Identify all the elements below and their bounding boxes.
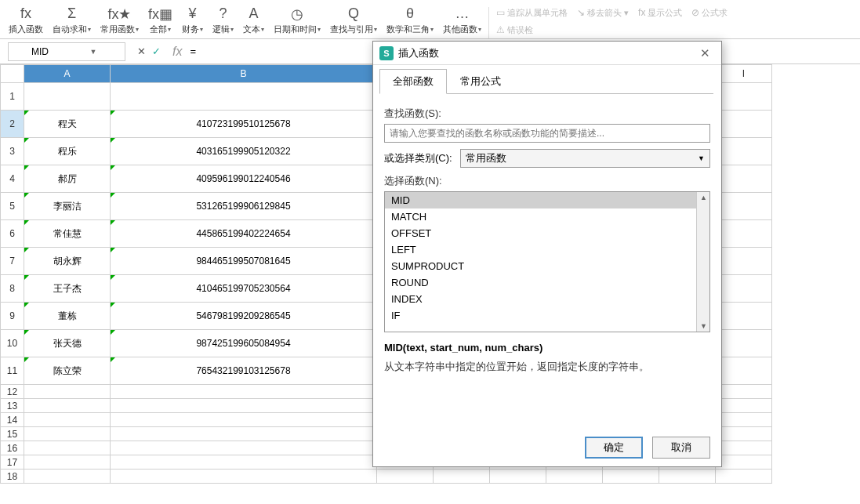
ribbon-日期和时间[interactable]: ◷ 日期和时间 ▾	[269, 1, 325, 38]
row-header-18[interactable]: 18	[1, 470, 24, 484]
row-header-3[interactable]: 3	[1, 138, 24, 165]
cell-B2[interactable]: 410723199510125678	[111, 111, 377, 138]
col-header-A[interactable]: A	[24, 65, 111, 83]
cell-F18[interactable]	[546, 470, 603, 484]
cell-B5[interactable]: 531265199906129845	[111, 193, 377, 220]
cell-I13[interactable]	[716, 399, 772, 413]
cell-A14[interactable]	[24, 413, 111, 427]
function-item-INDEX[interactable]: INDEX	[385, 291, 709, 307]
function-item-OFFSET[interactable]: OFFSET	[385, 225, 709, 241]
function-item-MATCH[interactable]: MATCH	[385, 208, 709, 225]
cell-I5[interactable]	[716, 193, 772, 220]
cell-H18[interactable]	[659, 470, 716, 484]
row-header-5[interactable]: 5	[1, 193, 24, 220]
row-header-7[interactable]: 7	[1, 248, 24, 275]
col-header-I[interactable]: I	[716, 65, 772, 83]
cell-I2[interactable]	[716, 111, 772, 138]
row-header-1[interactable]: 1	[1, 83, 24, 111]
cell-B17[interactable]	[111, 455, 377, 470]
scroll-down-icon[interactable]: ▼	[700, 322, 707, 330]
cell-I9[interactable]	[716, 303, 772, 330]
function-list[interactable]: ▲ ▼ MIDMATCHOFFSETLEFTSUMPRODUCTROUNDIND…	[384, 191, 710, 332]
cell-I7[interactable]	[716, 248, 772, 275]
chevron-down-icon[interactable]: ▼	[67, 48, 120, 56]
cell-A13[interactable]	[24, 399, 111, 413]
cell-I16[interactable]	[716, 441, 772, 455]
cell-A6[interactable]: 常佳慧	[24, 220, 111, 248]
col-header-B[interactable]: B	[111, 65, 377, 83]
cell-I14[interactable]	[716, 413, 772, 427]
cell-A16[interactable]	[24, 441, 111, 455]
cell-I4[interactable]	[716, 165, 772, 193]
cell-D18[interactable]	[434, 470, 490, 484]
cell-A1[interactable]: 姓名	[24, 83, 111, 111]
function-item-SUMPRODUCT[interactable]: SUMPRODUCT	[385, 258, 709, 274]
cell-B7[interactable]: 984465199507081645	[111, 248, 377, 275]
ribbon-插入函数[interactable]: fx 插入函数	[4, 1, 48, 38]
cell-B11[interactable]: 765432199103125678	[111, 357, 377, 385]
cell-I12[interactable]	[716, 385, 772, 399]
cell-B4[interactable]: 409596199012240546	[111, 165, 377, 193]
cell-B9[interactable]: 546798199209286545	[111, 303, 377, 330]
ribbon-常用函数[interactable]: fx★ 常用函数 ▾	[96, 1, 143, 38]
row-header-6[interactable]: 6	[1, 220, 24, 248]
cell-G18[interactable]	[603, 470, 659, 484]
cell-A8[interactable]: 王子杰	[24, 275, 111, 303]
ribbon-查找与引用[interactable]: Q 查找与引用 ▾	[325, 1, 382, 38]
confirm-formula-button[interactable]: ✓	[152, 45, 161, 57]
row-header-9[interactable]: 9	[1, 303, 24, 330]
row-header-14[interactable]: 14	[1, 413, 24, 427]
ribbon-全部[interactable]: fx▦ 全部 ▾	[143, 1, 177, 38]
cell-A15[interactable]	[24, 427, 111, 441]
row-header-12[interactable]: 12	[1, 385, 24, 399]
cell-I17[interactable]	[716, 455, 772, 470]
cell-I11[interactable]	[716, 357, 772, 385]
scroll-up-icon[interactable]: ▲	[700, 194, 707, 201]
cell-I10[interactable]	[716, 330, 772, 357]
ribbon-逻辑[interactable]: ? 逻辑 ▾	[208, 1, 238, 38]
cell-B3[interactable]: 403165199905120322	[111, 138, 377, 165]
cell-A17[interactable]	[24, 455, 111, 470]
cell-I8[interactable]	[716, 275, 772, 303]
cell-I6[interactable]	[716, 220, 772, 248]
cell-A12[interactable]	[24, 385, 111, 399]
cell-B8[interactable]: 410465199705230564	[111, 275, 377, 303]
cell-A5[interactable]: 李丽洁	[24, 193, 111, 220]
cell-A9[interactable]: 董栋	[24, 303, 111, 330]
cancel-formula-button[interactable]: ✕	[137, 45, 146, 57]
search-function-input[interactable]	[384, 124, 710, 143]
cell-B10[interactable]: 987425199605084954	[111, 330, 377, 357]
function-item-LEFT[interactable]: LEFT	[385, 241, 709, 258]
cell-E18[interactable]	[490, 470, 546, 484]
ribbon-自动求和[interactable]: Σ 自动求和 ▾	[48, 1, 96, 38]
row-header-16[interactable]: 16	[1, 441, 24, 455]
cell-A3[interactable]: 程乐	[24, 138, 111, 165]
cell-I3[interactable]	[716, 138, 772, 165]
function-item-MID[interactable]: MID	[385, 192, 709, 208]
ribbon-其他函数[interactable]: … 其他函数 ▾	[438, 1, 486, 38]
cell-B6[interactable]: 445865199402224654	[111, 220, 377, 248]
cell-A10[interactable]: 张天德	[24, 330, 111, 357]
cell-B15[interactable]	[111, 427, 377, 441]
ribbon-数学和三角[interactable]: θ 数学和三角 ▾	[382, 1, 438, 38]
cell-A18[interactable]	[24, 470, 111, 484]
cell-A2[interactable]: 程天	[24, 111, 111, 138]
cell-A4[interactable]: 郝厉	[24, 165, 111, 193]
row-header-17[interactable]: 17	[1, 455, 24, 470]
function-item-IF[interactable]: IF	[385, 307, 709, 324]
cell-B1[interactable]: 身份证	[111, 83, 377, 111]
cell-A7[interactable]: 胡永辉	[24, 248, 111, 275]
function-item-ROUND[interactable]: ROUND	[385, 274, 709, 291]
cell-I1[interactable]	[716, 83, 772, 111]
row-header-13[interactable]: 13	[1, 399, 24, 413]
ribbon-文本[interactable]: A 文本 ▾	[238, 1, 269, 38]
cell-B14[interactable]	[111, 413, 377, 427]
row-header-11[interactable]: 11	[1, 357, 24, 385]
row-header-8[interactable]: 8	[1, 275, 24, 303]
cell-I15[interactable]	[716, 427, 772, 441]
ok-button[interactable]: 确定	[585, 437, 643, 459]
row-header-4[interactable]: 4	[1, 165, 24, 193]
name-box[interactable]: MID ▼	[8, 42, 125, 61]
cell-B18[interactable]	[111, 470, 377, 484]
row-header-2[interactable]: 2	[1, 111, 24, 138]
